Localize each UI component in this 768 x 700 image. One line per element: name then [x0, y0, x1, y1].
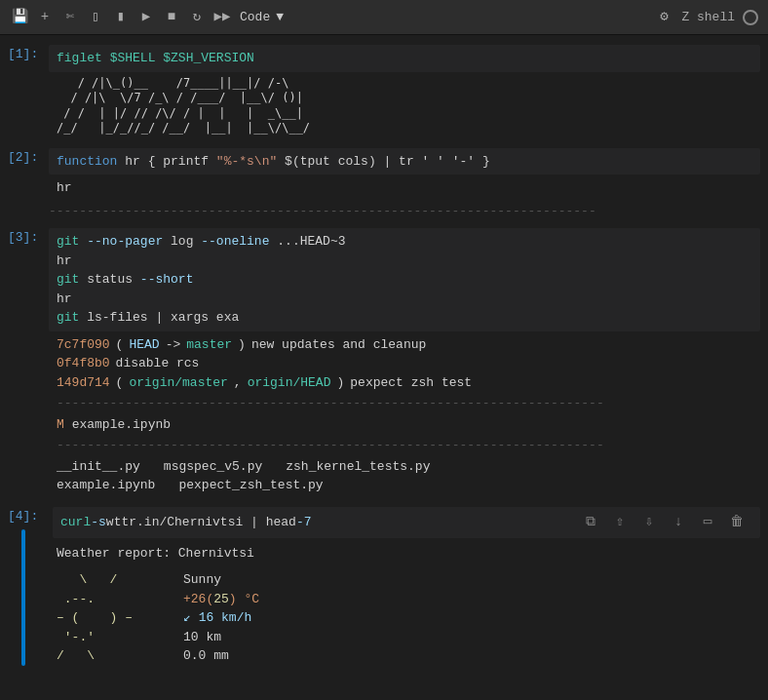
- chevron-down-icon: ▼: [276, 8, 284, 27]
- cell-3-line-3: git status --short: [57, 270, 752, 290]
- cell-3-number: [3]:: [0, 228, 49, 331]
- cell-4-wrapper: curl -s wttr.in/Chernivtsi | head -7 ⧉ ⇧…: [53, 507, 768, 668]
- download-button[interactable]: ↓: [667, 511, 690, 534]
- weather-table: \ / Sunny .--. +26(25) °C – ( ) – ↙ 16 k…: [57, 570, 259, 666]
- weather-body: \ / Sunny .--. +26(25) °C – ( ) – ↙ 16 k…: [57, 570, 719, 666]
- weather-row-4: '-.' 10 km: [57, 628, 259, 647]
- curl-url: wttr.in/Chernivtsi | head: [106, 513, 296, 532]
- weather-row-1: \ / Sunny: [57, 570, 259, 590]
- restart-icon[interactable]: ↻: [187, 8, 207, 27]
- cell-4-header[interactable]: curl -s wttr.in/Chernivtsi | head -7 ⧉ ⇧…: [53, 507, 760, 538]
- weather-icon-1: \ /: [57, 570, 183, 590]
- cell-3-line-1: git --no-pager log --oneline ...HEAD~3: [57, 232, 752, 252]
- expand-button[interactable]: ▭: [696, 511, 719, 534]
- titlebar-right: ⚙ Z shell: [654, 8, 758, 27]
- figlet-art: / /|\_()__ /7____||__|/ /-\ / /|\ \/7 /_…: [57, 76, 719, 136]
- cell-3: [3]: git --no-pager log --oneline ...HEA…: [0, 226, 768, 333]
- weather-output: Weather report: Chernivtsi \ / Sunny .--…: [53, 538, 768, 668]
- commit-1: 7c7f090 ( HEAD -> master ) new updates a…: [57, 335, 719, 355]
- weather-row-5: / \ 0.0 mm: [57, 646, 259, 666]
- scroll-up-button[interactable]: ⇧: [608, 511, 632, 534]
- cell-2-output: hr: [0, 176, 768, 200]
- paste-icon[interactable]: ▮: [111, 8, 131, 27]
- weather-icon-5: / \: [57, 646, 183, 666]
- save-icon[interactable]: 💾: [10, 8, 29, 27]
- cell-1-output: / /|\_()__ /7____||__|/ /-\ / /|\ \/7 /_…: [0, 74, 768, 138]
- weather-label-1: Sunny: [183, 570, 259, 590]
- delete-button[interactable]: 🗑: [725, 511, 749, 534]
- weather-row-3: – ( ) – ↙ 16 km/h: [57, 608, 259, 628]
- cell-2-hr: hr { printf: [125, 154, 216, 169]
- cell-4-number: [4]:: [0, 507, 49, 526]
- separator-3a: ----------------------------------------…: [57, 392, 719, 415]
- cell-1-cmd-figlet: figlet: [57, 51, 102, 65]
- commit-2: 0f4f8b0 disable rcs: [57, 354, 719, 373]
- weather-label-3: ↙ 16 km/h: [183, 608, 259, 628]
- copy-icon[interactable]: ▯: [86, 8, 105, 27]
- cell-2-format: "%-*s\n": [216, 154, 277, 169]
- ls-files-row2: example.ipynb pexpect_zsh_test.py: [57, 476, 719, 495]
- scroll-down-button[interactable]: ⇩: [637, 511, 661, 534]
- weather-icon-2: .--.: [57, 590, 183, 609]
- cell-2-rest: $(tput cols) | tr ' ' '-' }: [285, 154, 490, 169]
- cell-3-content[interactable]: git --no-pager log --oneline ...HEAD~3 h…: [49, 228, 760, 331]
- stop-icon[interactable]: ■: [162, 8, 181, 27]
- cell-4-sidebar: [4]:: [0, 507, 49, 668]
- weather-icon-4: '-.': [57, 628, 183, 647]
- cell-1-arg1: $SHELL: [110, 51, 156, 65]
- weather-row-2: .--. +26(25) °C: [57, 590, 259, 609]
- title-text: Code: [240, 8, 270, 27]
- cell-1-number: [1]:: [0, 45, 49, 72]
- title-dropdown[interactable]: Code ▼: [240, 8, 284, 27]
- cell-1: [1]: figlet $SHELL $ZSH_VERSION: [0, 43, 768, 74]
- titlebar-left-icons: 💾 + ✄ ▯ ▮ ▶ ■ ↻ ▶▶: [10, 8, 232, 27]
- weather-label-2: +26(25) °C: [183, 590, 259, 609]
- kw-function: function: [57, 154, 117, 169]
- curl-cmd: curl: [60, 513, 91, 532]
- weather-label-4: 10 km: [183, 628, 259, 647]
- git-status-line: M example.ipynb: [57, 415, 719, 435]
- cell-3-output: 7c7f090 ( HEAD -> master ) new updates a…: [0, 333, 768, 497]
- cell-1-content[interactable]: figlet $SHELL $ZSH_VERSION: [49, 45, 760, 72]
- cell-2-number: [2]:: [0, 148, 49, 175]
- weather-label-5: 0.0 mm: [183, 646, 259, 666]
- head-flag: -7: [296, 513, 312, 532]
- cut-icon[interactable]: ✄: [60, 8, 80, 27]
- curl-flag: -s: [91, 513, 106, 532]
- weather-header: Weather report: Chernivtsi: [57, 544, 719, 564]
- terminal-body: [1]: figlet $SHELL $ZSH_VERSION / /|\_()…: [0, 35, 768, 700]
- separator-3b: ----------------------------------------…: [57, 434, 719, 457]
- copy-button[interactable]: ⧉: [579, 511, 602, 534]
- cell-4: [4]: curl -s wttr.in/Chernivtsi | head -…: [0, 505, 768, 670]
- cell-3-line-5: git ls-files | xargs exa: [57, 308, 752, 328]
- weather-icon-3: – ( ) –: [57, 608, 183, 628]
- circle-icon[interactable]: [743, 10, 758, 25]
- cell-2-content[interactable]: function hr { printf "%-*s\n" $(tput col…: [49, 148, 760, 175]
- active-bar: [21, 529, 25, 666]
- cell-4-toolbar: ⧉ ⇧ ⇩ ↓ ▭ 🗑: [579, 511, 752, 534]
- cell-2: [2]: function hr { printf "%-*s\n" $(tpu…: [0, 146, 768, 177]
- commit-3: 149d714 ( origin/master , origin/HEAD ) …: [57, 373, 719, 393]
- ls-files-row1: __init__.py msgspec_v5.py zsh_kernel_tes…: [57, 457, 719, 477]
- cell-3-line-2: hr: [57, 252, 752, 271]
- settings-icon[interactable]: ⚙: [654, 8, 673, 27]
- cell-3-line-4: hr: [57, 290, 752, 309]
- run-icon[interactable]: ▶: [136, 8, 156, 27]
- skip-icon[interactable]: ▶▶: [212, 8, 232, 27]
- titlebar: 💾 + ✄ ▯ ▮ ▶ ■ ↻ ▶▶ Code ▼ ⚙ Z shell: [0, 0, 768, 35]
- add-icon[interactable]: +: [35, 8, 55, 27]
- separator-2: ----------------------------------------…: [0, 200, 768, 223]
- shell-label: Z shell: [681, 8, 735, 27]
- cell-1-arg2: $ZSH_VERSION: [163, 51, 254, 65]
- cell-2-output-hr: hr: [57, 178, 719, 198]
